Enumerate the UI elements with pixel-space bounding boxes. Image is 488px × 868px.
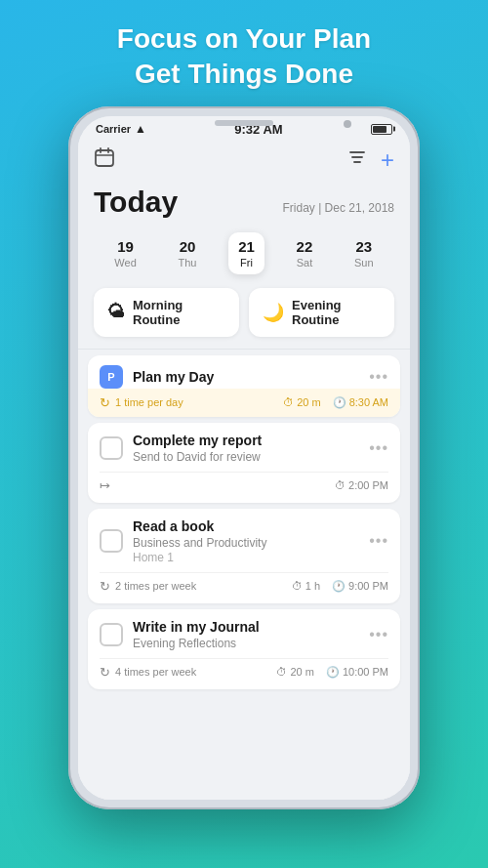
- hero-section: Focus on Your Plan Get Things Done: [117, 21, 371, 93]
- task-plan-my-day: P Plan my Day ••• ↻ 1 time per day ⏱: [88, 355, 400, 417]
- book-repeat-icon: ↻: [100, 579, 110, 594]
- svg-rect-0: [96, 150, 113, 166]
- morning-routine-label: Morning Routine: [133, 298, 225, 327]
- plan-duration-icon: ⏱: [283, 396, 294, 408]
- hero-line1: Focus on Your Plan: [117, 21, 371, 57]
- report-subtitle: Send to David for review: [133, 450, 262, 464]
- wifi-icon: ▲: [135, 122, 146, 136]
- book-repeat-label: 2 times per week: [115, 580, 196, 592]
- plan-repeat-label: 1 time per day: [115, 396, 183, 408]
- book-time: 9:00 PM: [348, 580, 388, 592]
- task-write-journal: Write in my Journal Evening Reflections …: [88, 609, 400, 689]
- journal-title: Write in my Journal: [133, 619, 260, 635]
- date-label: Friday | Dec 21, 2018: [282, 201, 394, 215]
- camera-dot: [344, 120, 351, 128]
- filter-icon[interactable]: [347, 147, 367, 172]
- report-checkbox[interactable]: [100, 436, 123, 460]
- hero-line2: Get Things Done: [117, 57, 371, 92]
- journal-duration-icon: ⏱: [276, 666, 287, 678]
- task-read-book: Read a book Business and Productivity Ho…: [88, 509, 400, 603]
- nav-bar: +: [78, 139, 410, 182]
- app-content: + Today Friday | Dec 21, 2018 19 Wed 20 …: [78, 139, 410, 800]
- task-list: P Plan my Day ••• ↻ 1 time per day ⏱: [78, 350, 410, 800]
- date-item-fri[interactable]: 21 Fri: [228, 232, 264, 274]
- book-title: Read a book: [133, 518, 266, 534]
- report-more-button[interactable]: •••: [369, 439, 388, 457]
- morning-icon: 🌤: [107, 302, 125, 322]
- plan-time-icon: 🕐: [333, 396, 346, 409]
- journal-duration: 20 m: [290, 666, 313, 678]
- evening-routine-label: Evening Routine: [292, 298, 381, 327]
- date-scroller: 19 Wed 20 Thu 21 Fri 22 Sat 23 Sun: [78, 227, 410, 284]
- routine-row: 🌤 Morning Routine 🌙 Evening Routine: [78, 284, 410, 349]
- plan-repeat-icon: ↻: [100, 395, 110, 410]
- phone-shell: Carrier ▲ 9:32 AM: [68, 106, 420, 809]
- date-item-thu[interactable]: 20 Thu: [169, 232, 207, 274]
- journal-time: 10:00 PM: [343, 666, 388, 678]
- add-button[interactable]: +: [381, 146, 394, 174]
- task-complete-report: Complete my report Send to David for rev…: [88, 423, 400, 503]
- journal-checkbox[interactable]: [100, 623, 123, 646]
- plan-duration: 20 m: [297, 396, 320, 408]
- plan-checkbox[interactable]: P: [100, 365, 123, 389]
- plan-time: 8:30 AM: [349, 396, 388, 408]
- book-subtitle2: Home 1: [133, 551, 266, 564]
- speaker-notch: [215, 120, 273, 126]
- book-time-icon: 🕐: [332, 580, 346, 593]
- report-arrow-icon: ↦: [100, 478, 110, 493]
- book-subtitle: Business and Productivity: [133, 536, 266, 550]
- evening-routine-pill[interactable]: 🌙 Evening Routine: [249, 288, 394, 337]
- evening-icon: 🌙: [263, 302, 284, 323]
- book-meta: ↻ 2 times per week ⏱ 1 h 🕐 9:00 PM: [100, 572, 388, 594]
- report-time-icon: ⏱: [335, 479, 346, 491]
- report-meta: ↦ ⏱ 2:00 PM: [100, 472, 388, 493]
- journal-subtitle: Evening Reflections: [133, 637, 260, 650]
- journal-repeat-label: 4 times per week: [115, 666, 196, 678]
- plan-meta: ↻ 1 time per day ⏱ 20 m 🕐 8:30 AM: [88, 389, 400, 417]
- plan-title: Plan my Day: [133, 369, 214, 385]
- page-header: Today Friday | Dec 21, 2018: [78, 182, 410, 227]
- book-more-button[interactable]: •••: [369, 532, 388, 550]
- book-duration-icon: ⏱: [292, 580, 303, 592]
- today-title: Today: [94, 186, 178, 219]
- journal-meta: ↻ 4 times per week ⏱ 20 m 🕐 10:00 PM: [100, 658, 388, 680]
- morning-routine-pill[interactable]: 🌤 Morning Routine: [94, 288, 239, 337]
- date-item-sun[interactable]: 23 Sun: [345, 232, 384, 274]
- date-item-sat[interactable]: 22 Sat: [287, 232, 323, 274]
- report-time: 2:00 PM: [348, 479, 388, 491]
- date-item-wed[interactable]: 19 Wed: [104, 232, 145, 274]
- journal-time-icon: 🕐: [326, 666, 340, 679]
- plan-more-button[interactable]: •••: [369, 368, 388, 386]
- report-title: Complete my report: [133, 433, 262, 448]
- book-duration: 1 h: [305, 580, 320, 592]
- carrier-label: Carrier: [96, 123, 131, 135]
- journal-repeat-icon: ↻: [100, 665, 110, 680]
- book-checkbox[interactable]: [100, 529, 123, 553]
- battery-icon: [371, 124, 392, 135]
- calendar-icon[interactable]: [94, 146, 115, 173]
- journal-more-button[interactable]: •••: [369, 626, 388, 643]
